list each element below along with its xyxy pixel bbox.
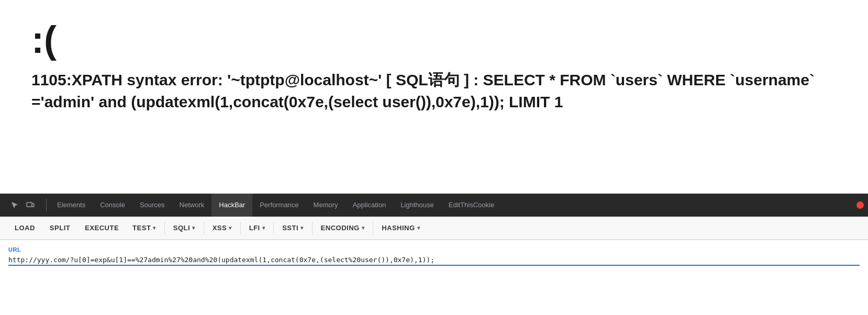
- url-area: URL: [0, 240, 868, 272]
- tab-application[interactable]: Application: [346, 194, 394, 217]
- tab-network[interactable]: Network: [172, 194, 212, 217]
- url-label: URL: [8, 246, 860, 253]
- ssti-label: SSTI: [282, 224, 298, 232]
- sqli-arrow: ▾: [192, 225, 195, 231]
- separator-6: [373, 222, 373, 234]
- separator-1: [164, 222, 165, 234]
- ssti-dropdown[interactable]: SSTI ▾: [277, 221, 308, 235]
- lfi-dropdown[interactable]: LFI ▾: [244, 221, 271, 235]
- lfi-arrow: ▾: [262, 225, 265, 231]
- sad-face: :(: [31, 21, 837, 59]
- tab-elements[interactable]: Elements: [50, 194, 93, 217]
- svg-rect-1: [32, 204, 34, 207]
- load-button[interactable]: LOAD: [8, 221, 41, 235]
- test-arrow: ▾: [153, 225, 156, 231]
- test-label: TEST: [132, 224, 151, 232]
- execute-button[interactable]: EXECUTE: [79, 221, 125, 235]
- svg-rect-0: [27, 203, 32, 207]
- error-indicator: [856, 201, 864, 209]
- sqli-dropdown[interactable]: SQLI ▾: [168, 221, 201, 235]
- error-text: 1105:XPATH syntax error: '~tptptp@localh…: [31, 69, 817, 113]
- lfi-label: LFI: [249, 224, 260, 232]
- separator-2: [204, 222, 204, 234]
- device-icon[interactable]: [24, 199, 37, 211]
- devtools-icons: [4, 199, 41, 211]
- tab-editthiscookie[interactable]: EditThisCookie: [441, 194, 502, 217]
- tab-hackbar[interactable]: HackBar: [212, 194, 252, 217]
- ssti-arrow: ▾: [301, 225, 304, 231]
- cursor-icon[interactable]: [8, 199, 21, 211]
- tab-separator: [46, 199, 47, 211]
- tab-console[interactable]: Console: [93, 194, 132, 217]
- url-input[interactable]: [8, 255, 860, 266]
- split-button[interactable]: SPLIT: [43, 221, 76, 235]
- hashing-label: HASHING: [382, 224, 415, 232]
- separator-5: [312, 222, 313, 234]
- main-content: :( 1105:XPATH syntax error: '~tptptp@loc…: [0, 0, 868, 194]
- separator-3: [240, 222, 241, 234]
- xss-arrow: ▾: [229, 225, 232, 231]
- xss-label: XSS: [213, 224, 227, 232]
- hackbar-toolbar: LOAD SPLIT EXECUTE TEST ▾ SQLI ▾ XSS ▾ L…: [0, 217, 868, 240]
- tab-performance[interactable]: Performance: [252, 194, 306, 217]
- encoding-arrow: ▾: [362, 225, 365, 231]
- hashing-dropdown[interactable]: HASHING ▾: [376, 221, 425, 235]
- encoding-label: ENCODING: [321, 224, 360, 232]
- xss-dropdown[interactable]: XSS ▾: [207, 221, 237, 235]
- devtools-tab-bar: Elements Console Sources Network HackBar…: [0, 194, 868, 217]
- encoding-dropdown[interactable]: ENCODING ▾: [316, 221, 370, 235]
- tab-sources[interactable]: Sources: [132, 194, 172, 217]
- tab-memory[interactable]: Memory: [306, 194, 346, 217]
- hashing-arrow: ▾: [417, 225, 420, 231]
- sqli-label: SQLI: [173, 224, 190, 232]
- separator-4: [273, 222, 274, 234]
- test-dropdown[interactable]: TEST ▾: [127, 221, 161, 235]
- tab-lighthouse[interactable]: Lighthouse: [393, 194, 441, 217]
